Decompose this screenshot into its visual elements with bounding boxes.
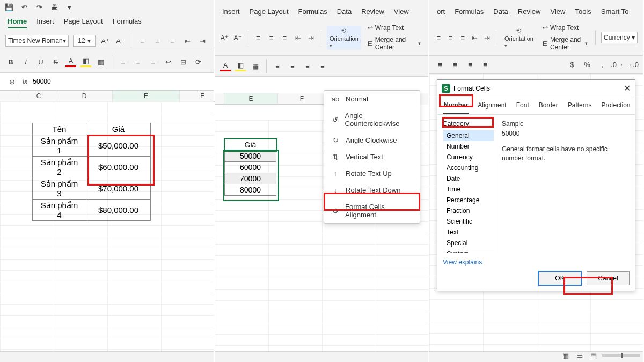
- comma-icon[interactable]: ,: [597, 59, 608, 70]
- border-icon[interactable]: ▦: [250, 61, 261, 71]
- table-cell[interactable]: Sản phẩm 3: [33, 178, 86, 200]
- qat-more-icon[interactable]: ▾: [64, 2, 74, 12]
- fx-icon[interactable]: fx: [23, 78, 27, 85]
- align-left-icon[interactable]: ≡: [272, 61, 283, 71]
- dlg-tab-font[interactable]: Font: [515, 97, 530, 114]
- align-left-icon[interactable]: ≡: [137, 35, 148, 46]
- fill-color-icon[interactable]: ◧: [80, 56, 91, 67]
- indent-inc-icon[interactable]: ⇥: [483, 32, 491, 43]
- formula-bar-value[interactable]: 50000: [33, 78, 50, 85]
- align-top-icon[interactable]: ≡: [253, 32, 262, 43]
- ok-button[interactable]: OK: [538, 271, 581, 285]
- table-cell[interactable]: $70,000.00: [86, 178, 151, 200]
- align-mid-icon[interactable]: ≡: [447, 32, 454, 43]
- valign-middle-icon[interactable]: ≡: [133, 56, 143, 67]
- merge-icon[interactable]: ⊟: [178, 56, 188, 67]
- dlg-tab-number[interactable]: Number: [443, 97, 469, 114]
- cat-currency[interactable]: Currency: [443, 152, 494, 162]
- tab-tools[interactable]: Tools: [575, 8, 591, 18]
- align-top-icon[interactable]: ≡: [435, 32, 442, 43]
- bold-icon[interactable]: B: [5, 56, 16, 67]
- italic-icon[interactable]: I: [20, 56, 31, 67]
- redo-icon[interactable]: ↷: [34, 2, 44, 12]
- tab-view[interactable]: View: [550, 8, 565, 18]
- align-left-icon[interactable]: ≡: [435, 59, 445, 70]
- table-header-price[interactable]: Giá: [225, 139, 276, 151]
- menu-angle-cw[interactable]: ↻Angle Clockwise: [324, 132, 420, 149]
- dlg-tab-patterns[interactable]: Patterns: [567, 97, 593, 114]
- align-right-icon[interactable]: ≡: [302, 61, 313, 71]
- cat-accounting[interactable]: Accounting: [443, 162, 494, 173]
- cat-number[interactable]: Number: [443, 141, 494, 152]
- wrap-icon[interactable]: ↩: [163, 56, 173, 67]
- indent-dec-icon[interactable]: ⇤: [471, 32, 478, 43]
- menu-format-cells-alignment[interactable]: ⚙Format Cells Alignment: [324, 198, 420, 223]
- border-icon[interactable]: ▦: [96, 56, 106, 67]
- col-C[interactable]: C: [21, 91, 56, 102]
- tab-ort[interactable]: ort: [437, 8, 445, 18]
- table-header-price[interactable]: Giá: [86, 123, 151, 135]
- tab-formulas[interactable]: Formulas: [455, 8, 484, 18]
- cat-time[interactable]: Time: [443, 184, 494, 195]
- tab-pagelayout[interactable]: Page Layout: [250, 8, 289, 18]
- menu-rotate-up[interactable]: ↑Rotate Text Up: [324, 165, 420, 182]
- cat-custom[interactable]: Custom: [443, 248, 494, 253]
- align-right-icon[interactable]: ≡: [465, 59, 475, 70]
- zoom-icon[interactable]: ⊕: [6, 76, 17, 87]
- align-right-icon[interactable]: ≡: [167, 35, 178, 46]
- dlg-tab-alignment[interactable]: Alignment: [477, 97, 507, 114]
- decrease-font-icon[interactable]: A⁻: [233, 32, 243, 43]
- tab-home[interactable]: Home: [8, 17, 27, 28]
- table-cell[interactable]: Sản phẩm 4: [33, 200, 86, 221]
- increase-font-icon[interactable]: A⁺: [220, 32, 229, 43]
- undo-icon[interactable]: ↶: [19, 2, 29, 12]
- table-cell[interactable]: $60,000.00: [86, 157, 151, 178]
- tab-smart[interactable]: Smart To: [601, 8, 629, 18]
- save-icon[interactable]: 💾: [4, 2, 14, 12]
- percent-icon[interactable]: %: [582, 59, 592, 70]
- orientation-button[interactable]: ⟲ Orientation: [327, 26, 361, 50]
- strike-icon[interactable]: S̶: [50, 56, 61, 67]
- font-color-icon[interactable]: A: [65, 56, 76, 67]
- menu-angle-ccw[interactable]: ↺Angle Counterclockwise: [324, 107, 420, 132]
- wrap-text-button[interactable]: ↩Wrap Text: [540, 23, 590, 33]
- tab-formulas[interactable]: Formulas: [298, 8, 327, 18]
- tab-data[interactable]: Data: [493, 8, 508, 18]
- table-cell[interactable]: $50,000.00: [86, 135, 151, 157]
- font-color-icon[interactable]: A: [220, 61, 231, 71]
- align-center-icon[interactable]: ≡: [287, 61, 298, 71]
- distribute-icon[interactable]: ≡: [317, 61, 328, 71]
- table-cell[interactable]: $80,000.00: [86, 200, 151, 221]
- col-E[interactable]: E: [113, 91, 180, 102]
- indent-dec-icon[interactable]: ⇤: [294, 32, 303, 43]
- align-mid-icon[interactable]: ≡: [267, 32, 276, 43]
- font-name-select[interactable]: Times New Roman▾: [5, 35, 69, 47]
- table-cell[interactable]: Sản phẩm 1: [33, 135, 86, 157]
- underline-icon[interactable]: U: [35, 56, 46, 67]
- valign-top-icon[interactable]: ≡: [118, 56, 128, 67]
- dlg-tab-border[interactable]: Border: [538, 97, 559, 114]
- table-cell[interactable]: 60000: [225, 162, 276, 173]
- tab-pagelayout[interactable]: Page Layout: [64, 17, 103, 28]
- cat-special[interactable]: Special: [443, 238, 494, 248]
- decrease-decimal-icon[interactable]: →.0: [627, 59, 638, 70]
- cat-text[interactable]: Text: [443, 227, 494, 238]
- print-icon[interactable]: 🖶: [49, 2, 59, 12]
- orientation-small-icon[interactable]: ⟳: [193, 56, 203, 67]
- tab-data[interactable]: Data: [337, 8, 352, 18]
- indent-inc-icon[interactable]: ⇥: [306, 32, 316, 43]
- menu-normal[interactable]: abNormal: [324, 91, 420, 107]
- distribute-icon[interactable]: ≡: [480, 59, 491, 70]
- increase-decimal-icon[interactable]: .0→: [612, 59, 623, 70]
- tab-review[interactable]: Review: [361, 8, 384, 18]
- table-cell[interactable]: 70000: [225, 173, 276, 184]
- tab-insert[interactable]: Insert: [36, 17, 54, 28]
- indent-increase-icon[interactable]: ⇥: [197, 35, 208, 46]
- cat-fraction[interactable]: Fraction: [443, 205, 494, 216]
- zoom-slider[interactable]: [602, 354, 640, 357]
- view-break-icon[interactable]: ▤: [588, 350, 599, 361]
- table-cell[interactable]: Sản phẩm 2: [33, 157, 86, 178]
- menu-vertical-text[interactable]: ⇅Vertical Text: [324, 149, 420, 165]
- table-cell[interactable]: 80000: [225, 184, 276, 196]
- table-header-name[interactable]: Tên: [33, 123, 86, 135]
